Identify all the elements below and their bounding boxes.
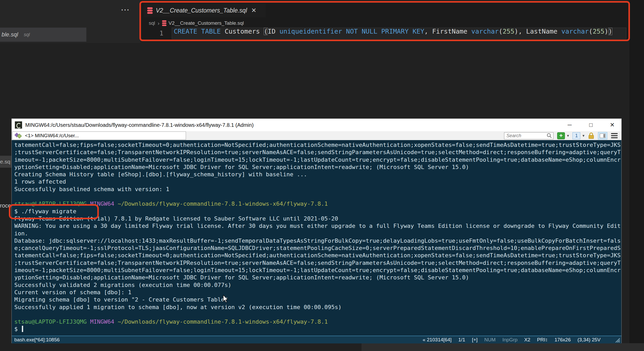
editor-tab[interactable]: V2__Create_Customers_Table.sql ✕ xyxy=(144,4,266,17)
chevron-down-icon[interactable]: ▾ xyxy=(582,133,584,138)
search-box xyxy=(504,132,553,139)
terminal-line: tatementCall=false;fips=false;socketTime… xyxy=(14,252,621,259)
search-icon xyxy=(546,133,552,139)
terminal-line: Successfully applied 1 migration to sche… xyxy=(14,304,621,311)
terminal-line: stsau@LAPTOP-LFIJ3QMG MINGW64 ~/Download… xyxy=(14,200,621,208)
background-strip xyxy=(362,343,644,351)
terminal-line: Database: jdbc:sqlserver://localhost:143… xyxy=(14,237,621,245)
terminal-title-bar[interactable]: MINGW64:/c/Users/stsau/Downloads/flyway-… xyxy=(12,119,621,131)
terminal-line: ion. xyxy=(14,230,621,237)
layout-toggle-button[interactable] xyxy=(598,132,607,140)
status-indicators: « 210314[64]1/1[+]NUMInpGrpX2PRI↕176x26(… xyxy=(423,337,601,343)
terminal-line: tatementCall=false;fips=false;socketTime… xyxy=(14,142,621,149)
terminal-line: imeout=-1;packetSize=8000;multiSubnetFai… xyxy=(14,267,621,274)
status-indicator: [+] xyxy=(472,337,478,343)
terminal-line: e;cancelQueryTimeout=-1;sslProtocol=TLS;… xyxy=(14,245,621,252)
terminal-toolbar: <1> MINGW64:/c/User... + ▾ 1 ▾ xyxy=(12,131,621,140)
more-actions-icon[interactable]: ⋯ xyxy=(118,4,133,16)
status-indicator: PRI↕ xyxy=(537,337,548,343)
line-number: 1 xyxy=(153,28,163,39)
maximize-button[interactable]: □ xyxy=(587,122,595,128)
window-list-button[interactable]: 1 xyxy=(572,132,580,139)
terminal-line: $ ./flyway migrate xyxy=(14,208,621,215)
terminal-line: stsau@LAPTOP-LFIJ3QMG MINGW64 ~/Download… xyxy=(14,318,621,326)
terminal-line: Successfully baselined schema with versi… xyxy=(14,186,621,193)
status-indicator: InpGrp xyxy=(502,337,517,343)
status-indicator: « 210314[64] xyxy=(423,337,452,343)
status-indicator: NUM xyxy=(484,337,495,343)
terminal-line xyxy=(14,311,621,318)
status-indicator: 1/1 xyxy=(458,337,465,343)
background-strip xyxy=(629,0,644,351)
terminal-window-title: MINGW64:/c/Users/stsau/Downloads/flyway-… xyxy=(25,122,254,128)
background-language-label: sql xyxy=(24,32,30,37)
terminal-line: Creating Schema History table [eShop].[d… xyxy=(14,171,621,178)
terminal-line: ;trustServerCertificate=false;Transparen… xyxy=(14,260,621,267)
background-text-fragment: e.sq xyxy=(0,156,12,168)
status-indicator: X2 xyxy=(524,337,530,343)
terminal-line: WARNING: You are using a 30 day limited … xyxy=(14,223,621,230)
mintty-app-icon xyxy=(15,121,22,129)
terminal-line: Current version of schema [dbo]: 1 xyxy=(14,289,621,296)
terminal-status-bar: bash.exe[*64]:10856 « 210314[64]1/1[+]NU… xyxy=(12,336,621,343)
status-indicator: 176x26 xyxy=(555,337,571,343)
chevron-right-icon: › xyxy=(158,20,159,26)
editor-tab-filename: V2__Create_Customers_Table.sql xyxy=(156,7,247,14)
terminal-line: imeout=-1;packetSize=8000;multiSubnetFai… xyxy=(14,156,621,164)
terminal-line: yptionSetting=Disabled;applicationName=M… xyxy=(14,274,621,281)
minimize-button[interactable]: ─ xyxy=(566,122,574,128)
menu-icon[interactable] xyxy=(611,133,618,138)
terminal-tab-label: <1> MINGW64:/c/User... xyxy=(25,133,79,139)
editor-region: V2__Create_Customers_Table.sql ✕ sql › V… xyxy=(141,3,628,40)
resize-grip[interactable] xyxy=(614,336,620,343)
database-icon xyxy=(162,20,166,26)
background-filename: ble.sql xyxy=(2,31,18,38)
database-icon xyxy=(147,7,153,14)
mouse-cursor xyxy=(222,295,229,303)
terminal-window: MINGW64:/c/Users/stsau/Downloads/flyway-… xyxy=(11,118,622,343)
screen: ble.sql sql e.sq roce ⋯ V2__Create_Custo… xyxy=(0,0,644,351)
breadcrumb: sql › V2__Create_Customers_Table.sql xyxy=(149,19,244,27)
terminal-tab[interactable]: <1> MINGW64:/c/User... xyxy=(12,131,186,140)
terminal-line: 1 rows affected xyxy=(14,178,621,186)
background-text-fragment: roce xyxy=(0,200,11,211)
terminal-line: Flyway Teams Edition (trial) 7.8.1 by Re… xyxy=(14,215,621,223)
status-indicator: (3,34) 25V xyxy=(577,337,601,343)
terminal-output[interactable]: tatementCall=false;fips=false;socketTime… xyxy=(12,140,621,336)
chevron-down-icon[interactable]: ▾ xyxy=(567,133,569,138)
terminal-line xyxy=(14,193,621,200)
terminal-line: yptionSetting=Disabled;applicationName=M… xyxy=(14,164,621,171)
editor-code-area[interactable]: 1 CREATE TABLE Customers (ID uniqueident… xyxy=(141,28,628,39)
terminal-line: Successfully validated 2 migrations (exe… xyxy=(14,282,621,289)
background-open-editor-item[interactable]: ble.sql sql xyxy=(0,28,86,42)
terminal-line: Migrating schema [dbo] to version "2 - C… xyxy=(14,296,621,304)
terminal-cursor xyxy=(22,326,23,332)
terminal-line: ;trustServerCertificate=false;Transparen… xyxy=(14,149,621,156)
new-tab-button[interactable]: + xyxy=(557,132,565,139)
msys-icon xyxy=(15,132,22,139)
close-button[interactable]: ✕ xyxy=(608,122,616,128)
search-input[interactable] xyxy=(504,133,546,139)
breadcrumb-folder[interactable]: sql xyxy=(149,20,155,26)
code-line-content: CREATE TABLE Customers (ID uniqueidentif… xyxy=(174,28,612,39)
close-icon[interactable]: ✕ xyxy=(251,7,256,14)
breadcrumb-filename[interactable]: V2__Create_Customers_Table.sql xyxy=(169,20,244,26)
lock-icon[interactable] xyxy=(588,132,594,139)
status-process-label: bash.exe[*64]:10856 xyxy=(14,337,60,343)
terminal-line: $ xyxy=(14,326,621,333)
